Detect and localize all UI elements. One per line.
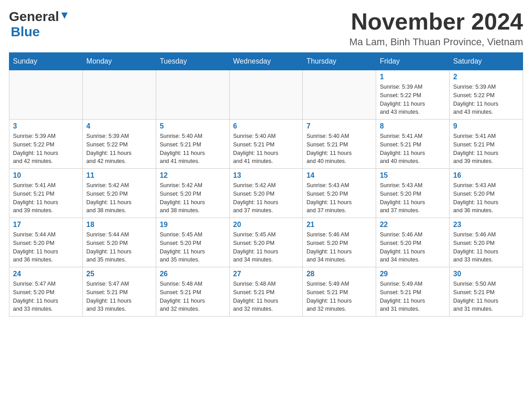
calendar-cell	[9, 70, 83, 120]
page-header: General Blue November 2024 Ma Lam, Binh …	[9, 9, 523, 48]
day-info: Sunrise: 5:50 AM Sunset: 5:21 PM Dayligh…	[453, 280, 519, 313]
calendar-cell: 27Sunrise: 5:48 AM Sunset: 5:21 PM Dayli…	[229, 267, 303, 317]
day-number: 16	[453, 171, 519, 180]
day-info: Sunrise: 5:42 AM Sunset: 5:20 PM Dayligh…	[233, 181, 299, 215]
day-info: Sunrise: 5:48 AM Sunset: 5:21 PM Dayligh…	[233, 280, 299, 313]
day-number: 8	[380, 122, 446, 130]
day-info: Sunrise: 5:41 AM Sunset: 5:21 PM Dayligh…	[453, 132, 519, 166]
calendar-cell: 20Sunrise: 5:45 AM Sunset: 5:20 PM Dayli…	[229, 218, 303, 267]
calendar-cell: 18Sunrise: 5:44 AM Sunset: 5:20 PM Dayli…	[82, 218, 156, 267]
calendar-cell: 9Sunrise: 5:41 AM Sunset: 5:21 PM Daylig…	[450, 120, 523, 169]
calendar-cell: 17Sunrise: 5:44 AM Sunset: 5:20 PM Dayli…	[9, 218, 83, 267]
calendar-cell: 7Sunrise: 5:40 AM Sunset: 5:21 PM Daylig…	[303, 120, 376, 169]
day-number: 21	[306, 221, 372, 229]
page-subtitle: Ma Lam, Binh Thuan Province, Vietnam	[349, 36, 523, 48]
calendar-cell: 14Sunrise: 5:43 AM Sunset: 5:20 PM Dayli…	[303, 169, 376, 218]
calendar-cell: 28Sunrise: 5:49 AM Sunset: 5:21 PM Dayli…	[303, 267, 376, 317]
day-number: 28	[306, 270, 372, 278]
weekday-header-wednesday: Wednesday	[229, 53, 303, 70]
day-number: 26	[160, 270, 226, 278]
calendar-table: SundayMondayTuesdayWednesdayThursdayFrid…	[9, 52, 523, 317]
calendar-cell	[156, 70, 229, 120]
logo-arrow-icon	[60, 11, 69, 21]
weekday-header-tuesday: Tuesday	[156, 53, 229, 70]
calendar-cell	[229, 70, 303, 120]
day-info: Sunrise: 5:44 AM Sunset: 5:20 PM Dayligh…	[13, 231, 79, 264]
day-info: Sunrise: 5:43 AM Sunset: 5:20 PM Dayligh…	[453, 181, 519, 215]
day-number: 12	[160, 171, 226, 180]
calendar-cell: 12Sunrise: 5:42 AM Sunset: 5:20 PM Dayli…	[156, 169, 229, 218]
day-number: 9	[453, 122, 519, 130]
day-info: Sunrise: 5:47 AM Sunset: 5:20 PM Dayligh…	[13, 280, 79, 313]
calendar-cell: 24Sunrise: 5:47 AM Sunset: 5:20 PM Dayli…	[9, 267, 83, 317]
calendar-cell: 26Sunrise: 5:48 AM Sunset: 5:21 PM Dayli…	[156, 267, 229, 317]
logo: General Blue	[9, 9, 69, 39]
calendar-cell: 22Sunrise: 5:46 AM Sunset: 5:20 PM Dayli…	[376, 218, 450, 267]
day-number: 11	[86, 171, 152, 180]
day-number: 14	[306, 171, 372, 180]
day-number: 23	[453, 221, 519, 229]
day-info: Sunrise: 5:39 AM Sunset: 5:22 PM Dayligh…	[13, 132, 79, 166]
calendar-cell	[303, 70, 376, 120]
day-info: Sunrise: 5:49 AM Sunset: 5:21 PM Dayligh…	[380, 280, 446, 313]
day-number: 13	[233, 171, 299, 180]
calendar-cell: 8Sunrise: 5:41 AM Sunset: 5:21 PM Daylig…	[376, 120, 450, 169]
day-number: 22	[380, 221, 446, 229]
day-info: Sunrise: 5:42 AM Sunset: 5:20 PM Dayligh…	[160, 181, 226, 215]
day-number: 30	[453, 270, 519, 278]
weekday-header-saturday: Saturday	[450, 53, 523, 70]
day-info: Sunrise: 5:42 AM Sunset: 5:20 PM Dayligh…	[86, 181, 152, 215]
day-number: 18	[86, 221, 152, 229]
calendar-cell: 30Sunrise: 5:50 AM Sunset: 5:21 PM Dayli…	[450, 267, 523, 317]
day-info: Sunrise: 5:39 AM Sunset: 5:22 PM Dayligh…	[453, 83, 519, 116]
day-info: Sunrise: 5:45 AM Sunset: 5:20 PM Dayligh…	[233, 231, 299, 264]
week-row-5: 24Sunrise: 5:47 AM Sunset: 5:20 PM Dayli…	[9, 267, 523, 317]
calendar-cell: 3Sunrise: 5:39 AM Sunset: 5:22 PM Daylig…	[9, 120, 83, 169]
calendar-cell: 29Sunrise: 5:49 AM Sunset: 5:21 PM Dayli…	[376, 267, 450, 317]
day-info: Sunrise: 5:45 AM Sunset: 5:20 PM Dayligh…	[160, 231, 226, 264]
day-number: 24	[13, 270, 79, 278]
day-info: Sunrise: 5:40 AM Sunset: 5:21 PM Dayligh…	[160, 132, 226, 166]
week-row-1: 1Sunrise: 5:39 AM Sunset: 5:22 PM Daylig…	[9, 70, 523, 120]
week-row-4: 17Sunrise: 5:44 AM Sunset: 5:20 PM Dayli…	[9, 218, 523, 267]
calendar-cell: 4Sunrise: 5:39 AM Sunset: 5:22 PM Daylig…	[82, 120, 156, 169]
day-number: 19	[160, 221, 226, 229]
day-info: Sunrise: 5:48 AM Sunset: 5:21 PM Dayligh…	[160, 280, 226, 313]
week-row-2: 3Sunrise: 5:39 AM Sunset: 5:22 PM Daylig…	[9, 120, 523, 169]
day-number: 27	[233, 270, 299, 278]
day-number: 7	[306, 122, 372, 130]
weekday-header-sunday: Sunday	[9, 53, 83, 70]
logo-blue: Blue	[11, 24, 40, 39]
calendar-cell: 25Sunrise: 5:47 AM Sunset: 5:21 PM Dayli…	[82, 267, 156, 317]
svg-marker-0	[61, 13, 68, 19]
day-number: 10	[13, 171, 79, 180]
calendar-cell: 5Sunrise: 5:40 AM Sunset: 5:21 PM Daylig…	[156, 120, 229, 169]
calendar-cell: 23Sunrise: 5:46 AM Sunset: 5:20 PM Dayli…	[450, 218, 523, 267]
weekday-header-monday: Monday	[82, 53, 156, 70]
day-number: 3	[13, 122, 79, 130]
day-info: Sunrise: 5:40 AM Sunset: 5:21 PM Dayligh…	[306, 132, 372, 166]
day-info: Sunrise: 5:41 AM Sunset: 5:21 PM Dayligh…	[380, 132, 446, 166]
day-number: 17	[13, 221, 79, 229]
page-title: November 2024	[349, 9, 523, 34]
week-row-3: 10Sunrise: 5:41 AM Sunset: 5:21 PM Dayli…	[9, 169, 523, 218]
day-number: 1	[380, 73, 446, 81]
weekday-header-thursday: Thursday	[303, 53, 376, 70]
logo-general: General	[9, 9, 59, 24]
calendar-cell: 21Sunrise: 5:46 AM Sunset: 5:20 PM Dayli…	[303, 218, 376, 267]
calendar-cell: 13Sunrise: 5:42 AM Sunset: 5:20 PM Dayli…	[229, 169, 303, 218]
calendar-cell: 10Sunrise: 5:41 AM Sunset: 5:21 PM Dayli…	[9, 169, 83, 218]
calendar-cell: 6Sunrise: 5:40 AM Sunset: 5:21 PM Daylig…	[229, 120, 303, 169]
calendar-cell: 11Sunrise: 5:42 AM Sunset: 5:20 PM Dayli…	[82, 169, 156, 218]
day-info: Sunrise: 5:39 AM Sunset: 5:22 PM Dayligh…	[380, 83, 446, 116]
calendar-cell	[82, 70, 156, 120]
day-number: 6	[233, 122, 299, 130]
calendar-cell: 15Sunrise: 5:43 AM Sunset: 5:20 PM Dayli…	[376, 169, 450, 218]
day-info: Sunrise: 5:46 AM Sunset: 5:20 PM Dayligh…	[306, 231, 372, 264]
calendar-header-row: SundayMondayTuesdayWednesdayThursdayFrid…	[9, 53, 523, 70]
calendar-cell: 1Sunrise: 5:39 AM Sunset: 5:22 PM Daylig…	[376, 70, 450, 120]
calendar-cell: 19Sunrise: 5:45 AM Sunset: 5:20 PM Dayli…	[156, 218, 229, 267]
calendar-cell: 2Sunrise: 5:39 AM Sunset: 5:22 PM Daylig…	[450, 70, 523, 120]
day-info: Sunrise: 5:41 AM Sunset: 5:21 PM Dayligh…	[13, 181, 79, 215]
day-number: 15	[380, 171, 446, 180]
